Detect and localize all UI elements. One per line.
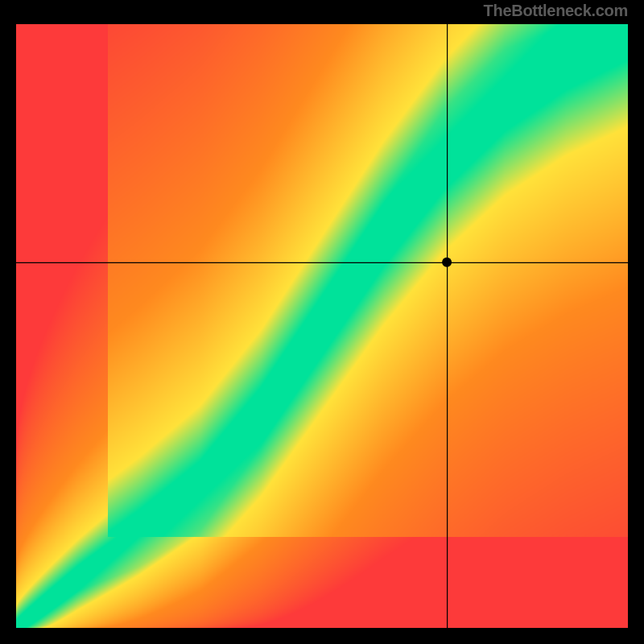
heatmap-canvas — [16, 24, 628, 628]
heatmap-plot — [16, 24, 628, 628]
chart-container: TheBottleneck.com — [0, 0, 644, 644]
watermark-text: TheBottleneck.com — [484, 2, 628, 20]
